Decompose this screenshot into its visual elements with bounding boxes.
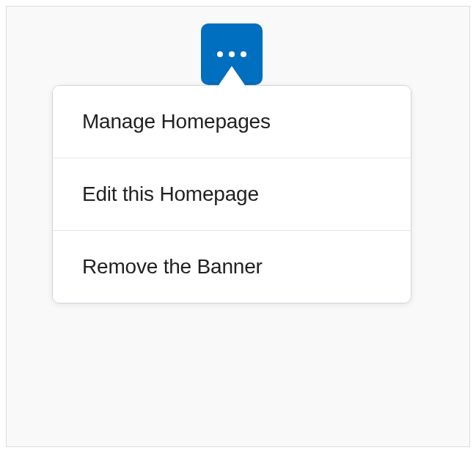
menu-item-manage-homepages[interactable]: Manage Homepages — [53, 86, 411, 158]
menu-item-label: Remove the Banner — [82, 255, 263, 278]
menu-arrow — [216, 66, 248, 89]
menu-item-label: Edit this Homepage — [82, 183, 259, 205]
dropdown-menu: Manage Homepages Edit this Homepage Remo… — [52, 85, 411, 303]
menu-item-label: Manage Homepages — [82, 110, 271, 133]
menu-item-edit-homepage[interactable]: Edit this Homepage — [53, 158, 411, 230]
page-container: Manage Homepages Edit this Homepage Remo… — [6, 6, 470, 447]
more-horizontal-icon — [217, 51, 246, 57]
dropdown-menu-wrapper: Manage Homepages Edit this Homepage Remo… — [52, 85, 411, 303]
menu-item-remove-banner[interactable]: Remove the Banner — [53, 230, 411, 303]
